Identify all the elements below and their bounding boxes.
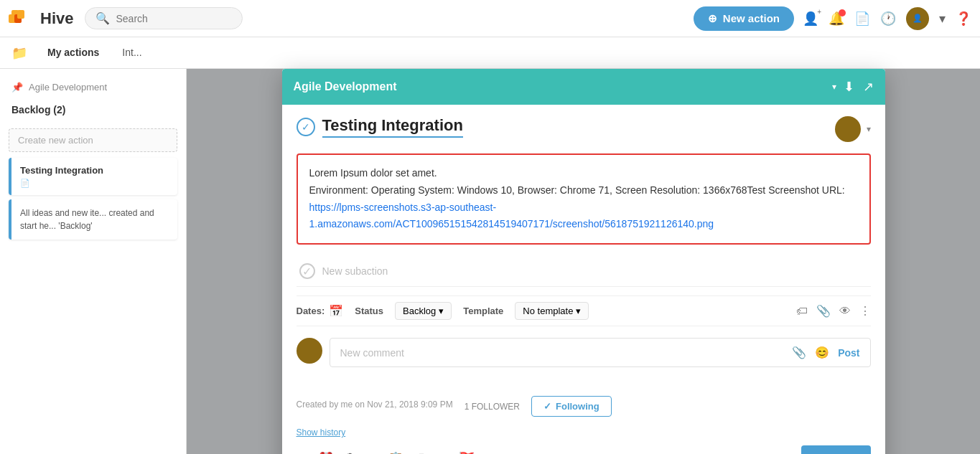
nav-icons: 👤+ 🔔 📄 🕐 👤 ▾ ❓ (803, 7, 971, 30)
notifications-icon[interactable]: 🔔 (829, 11, 844, 27)
post-button[interactable]: Post (838, 347, 859, 359)
more-options-icon[interactable]: ⋮ (859, 304, 871, 318)
template-dropdown[interactable]: No template ▾ (515, 302, 589, 320)
created-info: Created by me on Nov 21, 2018 9:09 PM (297, 399, 453, 410)
modal-body: ✓ Testing Integration ▾ Lorem Ipsum dolo… (282, 105, 885, 390)
header-dropdown-arrow[interactable]: ▾ (832, 82, 836, 92)
comment-placeholder: New comment (340, 347, 404, 359)
logo: Hive (9, 9, 73, 29)
search-box[interactable]: 🔍 (85, 7, 243, 29)
title-left: ✓ Testing Integration (297, 116, 463, 138)
comment-emoji-icon[interactable]: 😊 (815, 346, 829, 359)
header-icons: ⬇ ↗ (844, 79, 874, 95)
backlog-dropdown-arrow: ▾ (439, 306, 444, 316)
avatar-dropdown-arrow[interactable]: ▾ (939, 11, 946, 27)
action-detail-modal: Agile Development ▾ ⬇ ↗ ✓ Testing Integr… (282, 69, 885, 454)
reminder-icon[interactable]: ⏰ (318, 451, 334, 454)
list-item[interactable]: All ideas and new ite... created and sta… (9, 199, 177, 240)
sidebar-pinned: 📌 Agile Development (0, 77, 186, 97)
tag-icon[interactable]: 🏷 (796, 305, 808, 318)
footer-followers-row: Created by me on Nov 21, 2018 9:09 PM 1 … (297, 396, 871, 417)
flag-icon[interactable]: 🚩 (459, 451, 475, 454)
star-icon[interactable]: ★ (297, 451, 308, 454)
comment-actions: 📎 😊 Post (792, 346, 859, 359)
attachment-icon[interactable]: 📎 (816, 304, 831, 318)
backlog-value: Backlog (403, 306, 436, 316)
copy-icon[interactable]: 📋 (388, 451, 403, 454)
modal-header-title: Agile Development (294, 80, 825, 93)
modal-footer: Created by me on Nov 21, 2018 9:09 PM 1 … (282, 390, 885, 454)
pin-icon: 📌 (11, 82, 23, 93)
plus-circle-icon: ⊕ (708, 12, 717, 25)
delete-icon[interactable]: 🗑 (344, 451, 357, 454)
metadata-row: Dates: 📅 Status Backlog ▾ Template No t (297, 295, 871, 326)
dates-item: Dates: 📅 (297, 304, 344, 318)
help-icon[interactable]: ❓ (956, 11, 971, 27)
following-check-icon: ✓ (543, 401, 551, 412)
folder-icon: 📁 (11, 45, 27, 61)
template-label: Template (463, 306, 503, 316)
action-card-title: Testing Integration (20, 165, 169, 176)
description-text: Lorem Ipsum dolor set amet.Environment: … (309, 167, 845, 196)
new-subaction-input[interactable]: New subaction (322, 265, 868, 277)
document-icon[interactable]: 📄 (854, 11, 870, 27)
comment-row: New comment 📎 😊 Post (297, 338, 871, 367)
right-area: Agile Development ▾ ⬇ ↗ ✓ Testing Integr… (187, 69, 980, 454)
description-box: Lorem Ipsum dolor set amet.Environment: … (297, 153, 871, 245)
comment-input-box[interactable]: New comment 📎 😊 Post (330, 338, 871, 367)
avatar-dropdown-chevron[interactable]: ▾ (867, 124, 871, 134)
subaction-row: ✓ New subaction (297, 256, 871, 287)
complete-check-icon[interactable]: ✓ (297, 118, 315, 136)
logo-text: Hive (40, 9, 73, 28)
close-button[interactable]: Close (801, 445, 871, 454)
eye-slash-icon[interactable]: 👁 (839, 305, 851, 318)
create-action-placeholder[interactable]: Create new action (9, 128, 177, 152)
modal-header: Agile Development ▾ ⬇ ↗ (282, 69, 885, 105)
following-button[interactable]: ✓ Following (531, 396, 612, 417)
download-icon[interactable]: ⬇ (844, 79, 854, 95)
svg-rect-3 (17, 10, 24, 19)
main-content: 📌 Agile Development Backlog (2) Create n… (0, 69, 980, 454)
search-input[interactable] (116, 13, 230, 24)
print-icon[interactable]: 🖨 (414, 451, 426, 454)
description-link[interactable]: https://lpms-screenshots.s3-ap-southeast… (309, 202, 714, 230)
clock-icon[interactable]: 🕐 (880, 11, 896, 27)
title-row: ✓ Testing Integration ▾ (297, 116, 871, 142)
tab-my-actions[interactable]: My actions (36, 38, 111, 68)
tab-int[interactable]: Int... (111, 38, 153, 68)
user-avatar[interactable]: 👤 (906, 7, 929, 30)
template-value: No template (523, 306, 573, 316)
calendar-icon[interactable]: 📅 (329, 304, 343, 318)
action-card-description: All ideas and new ite... created and sta… (20, 208, 154, 231)
search-icon: 🔍 (95, 11, 110, 25)
follower-count: 1 FOLLOWER (465, 402, 520, 412)
top-nav: Hive 🔍 ⊕ New action 👤+ 🔔 📄 🕐 👤 ▾ ❓ (0, 0, 980, 37)
action-toolbar: ★ ⏰ 🗑 ↩ 📋 🖨 ⬒ 🚩 Close (297, 445, 871, 454)
sidebar: 📌 Agile Development Backlog (2) Create n… (0, 69, 187, 454)
archive-icon[interactable]: ⬒ (437, 451, 449, 454)
external-link-icon[interactable]: ↗ (863, 79, 874, 95)
toolbar-left: ★ ⏰ 🗑 ↩ 📋 🖨 ⬒ 🚩 (297, 451, 475, 454)
dates-label: Dates: (297, 306, 325, 316)
secondary-nav: 📁 My actions Int... (0, 37, 980, 69)
status-label: Status (355, 306, 383, 316)
commenter-avatar (297, 338, 322, 364)
meta-action-icons: 🏷 📎 👁 ⋮ (796, 304, 871, 318)
title-right: ▾ (835, 116, 871, 142)
list-item[interactable]: Testing Integration 📄 (9, 158, 177, 195)
show-history-link[interactable]: Show history (297, 427, 346, 438)
add-user-icon[interactable]: 👤+ (803, 11, 818, 27)
backlog-dropdown[interactable]: Backlog ▾ (395, 302, 452, 320)
sidebar-backlog-header: Backlog (2) (0, 97, 186, 123)
template-item: Template (463, 306, 503, 316)
assigned-user-avatar[interactable] (835, 116, 861, 142)
new-action-button[interactable]: ⊕ New action (694, 6, 794, 31)
comment-attachment-icon[interactable]: 📎 (792, 346, 806, 359)
forward-icon[interactable]: ↩ (367, 451, 378, 454)
notification-dot (839, 9, 846, 16)
status-item: Status (355, 306, 383, 316)
subaction-check-icon[interactable]: ✓ (299, 263, 315, 279)
hive-logo-icon (9, 9, 34, 29)
action-card-icon: 📄 (20, 179, 169, 188)
template-dropdown-arrow: ▾ (576, 306, 581, 316)
